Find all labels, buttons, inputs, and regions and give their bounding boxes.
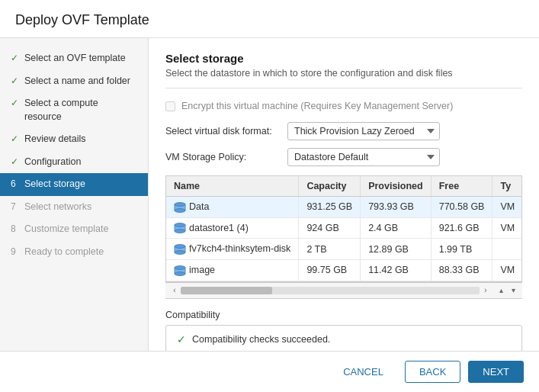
table-col-free: Free: [431, 176, 492, 197]
sidebar-item-label: Configuration: [24, 156, 81, 169]
datastore-icon: [174, 265, 186, 276]
sidebar-item-label: Ready to complete: [24, 246, 104, 259]
table-cell-capacity: 931.25 GB: [299, 197, 361, 218]
compat-message: Compatibility checks succeeded.: [192, 334, 330, 345]
table-row[interactable]: Data931.25 GB793.93 GB770.58 GBVM: [166, 197, 522, 218]
step-check-icon: ✓: [11, 52, 20, 65]
step-check-icon: ✓: [11, 133, 20, 146]
datastore-icon: [174, 244, 186, 255]
sidebar-item-step9: 9Ready to complete: [0, 241, 148, 264]
svg-point-4: [175, 223, 185, 227]
cancel-button[interactable]: CANCEL: [329, 361, 397, 382]
datastore-icon: [174, 223, 186, 233]
scroll-up-arrow[interactable]: ▴: [495, 284, 507, 297]
table-header-row: NameCapacityProvisionedFreeTy: [166, 176, 522, 197]
table-cell-free: 88.33 GB: [431, 260, 492, 281]
sidebar-item-label: Select storage: [24, 178, 85, 191]
sidebar-item-step3[interactable]: ✓Select a compute resource: [0, 92, 148, 128]
svg-point-5: [175, 230, 185, 233]
sidebar-item-step8: 8Customize template: [0, 218, 148, 241]
svg-point-2: [175, 208, 185, 212]
table-col-provisioned: Provisioned: [361, 176, 432, 197]
table-col-capacity: Capacity: [299, 176, 361, 197]
scroll-thumb[interactable]: [181, 287, 272, 294]
disk-format-label: Select virtual disk format:: [165, 126, 287, 137]
dialog-title: Deploy OVF Template: [15, 12, 524, 28]
table-cell-type: VM: [492, 217, 522, 239]
datastore-icon: [174, 202, 186, 213]
table-col-name: Name: [166, 176, 299, 197]
scroll-track[interactable]: [181, 287, 480, 294]
dialog-footer: CANCEL BACK NEXT: [0, 351, 539, 392]
table-row[interactable]: datastore1 (4)924 GB2.4 GB921.6 GBVM: [166, 217, 522, 239]
scroll-down-arrow[interactable]: ▾: [507, 284, 519, 297]
encrypt-checkbox[interactable]: [165, 101, 175, 111]
compatibility-section: Compatibility ✓ Compatibility checks suc…: [165, 310, 522, 351]
sidebar-item-step1[interactable]: ✓Select an OVF template: [0, 47, 148, 70]
step-check-icon: ✓: [11, 156, 20, 169]
encrypt-row: Encrypt this virtual machine (Requires K…: [165, 101, 522, 111]
table-cell-provisioned: 2.4 GB: [361, 217, 432, 239]
section-title: Select storage: [165, 52, 522, 65]
sidebar-item-step5[interactable]: ✓Configuration: [0, 151, 148, 174]
sidebar-item-step7: 7Select networks: [0, 196, 148, 219]
encrypt-label: Encrypt this virtual machine (Requires K…: [181, 101, 453, 111]
sidebar: ✓Select an OVF template✓Select a name an…: [0, 38, 149, 351]
vm-storage-label: VM Storage Policy:: [165, 152, 287, 162]
horizontal-scrollbar[interactable]: ‹ › ▴ ▾: [165, 282, 522, 299]
table-body[interactable]: Data931.25 GB793.93 GB770.58 GBVMdatasto…: [166, 197, 522, 281]
sidebar-item-step4[interactable]: ✓Review details: [0, 128, 148, 151]
compatibility-box: ✓ Compatibility checks succeeded.: [165, 325, 522, 351]
disk-format-row: Select virtual disk format: Thick Provis…: [165, 122, 522, 140]
table-cell-capacity: 924 GB: [299, 217, 361, 239]
table-cell-free: 1.99 TB: [431, 239, 492, 260]
next-button[interactable]: NEXT: [468, 361, 524, 383]
table-cell-provisioned: 11.42 GB: [361, 260, 432, 281]
compatibility-label: Compatibility: [165, 310, 522, 320]
vm-storage-row: VM Storage Policy: Datastore Default: [165, 148, 522, 166]
table-cell-name: image: [166, 260, 299, 281]
table-cell-provisioned: 793.93 GB: [361, 197, 432, 218]
step-check-icon: 7: [11, 201, 20, 214]
svg-point-10: [175, 265, 185, 269]
svg-point-8: [175, 251, 185, 255]
step-check-icon: ✓: [11, 75, 20, 88]
table-cell-capacity: 2 TB: [299, 239, 361, 260]
storage-table: NameCapacityProvisionedFreeTy Data931.25…: [166, 176, 522, 281]
disk-format-select[interactable]: Thick Provision Lazy ZeroedThick Provisi…: [287, 122, 440, 140]
section-desc: Select the datastore in which to store t…: [165, 68, 522, 88]
storage-table-wrapper: NameCapacityProvisionedFreeTy Data931.25…: [165, 175, 522, 282]
step-check-icon: 6: [11, 178, 20, 191]
sidebar-item-step6[interactable]: 6Select storage: [0, 173, 148, 196]
deploy-ovf-dialog: Deploy OVF Template ✓Select an OVF templ…: [0, 0, 539, 392]
sidebar-item-step2[interactable]: ✓Select a name and folder: [0, 70, 148, 93]
table-cell-free: 921.6 GB: [431, 217, 492, 239]
compat-check-icon: ✓: [177, 333, 186, 345]
table-cell-name: Data: [166, 197, 299, 218]
table-cell-capacity: 99.75 GB: [299, 260, 361, 281]
table-header: NameCapacityProvisionedFreeTy: [166, 176, 522, 197]
compatibility-success: ✓ Compatibility checks succeeded.: [177, 333, 511, 345]
back-button[interactable]: BACK: [405, 361, 460, 383]
table-col-ty: Ty: [492, 176, 522, 197]
sidebar-item-label: Select networks: [24, 201, 91, 214]
scroll-left-arrow[interactable]: ‹: [168, 284, 181, 297]
step-check-icon: 8: [11, 223, 20, 236]
sidebar-item-label: Select a name and folder: [24, 75, 130, 88]
vm-storage-select[interactable]: Datastore Default: [287, 148, 440, 166]
sidebar-item-label: Review details: [24, 133, 86, 146]
table-row[interactable]: image99.75 GB11.42 GB88.33 GBVM: [166, 260, 522, 281]
dialog-body: ✓Select an OVF template✓Select a name an…: [0, 38, 539, 351]
table-cell-name: datastore1 (4): [166, 217, 299, 239]
table-row[interactable]: fv7kch4-thinksytem-disk2 TB12.89 GB1.99 …: [166, 239, 522, 260]
svg-point-7: [175, 245, 185, 249]
table-cell-provisioned: 12.89 GB: [361, 239, 432, 260]
main-content: Select storage Select the datastore in w…: [149, 38, 539, 351]
step-check-icon: 9: [11, 246, 20, 259]
table-cell-type: [492, 239, 522, 260]
svg-point-1: [175, 202, 185, 206]
table-cell-name: fv7kch4-thinksytem-disk: [166, 239, 299, 260]
table-cell-free: 770.58 GB: [431, 197, 492, 218]
sidebar-item-label: Select a compute resource: [24, 97, 137, 124]
scroll-right-arrow[interactable]: ›: [480, 284, 492, 297]
